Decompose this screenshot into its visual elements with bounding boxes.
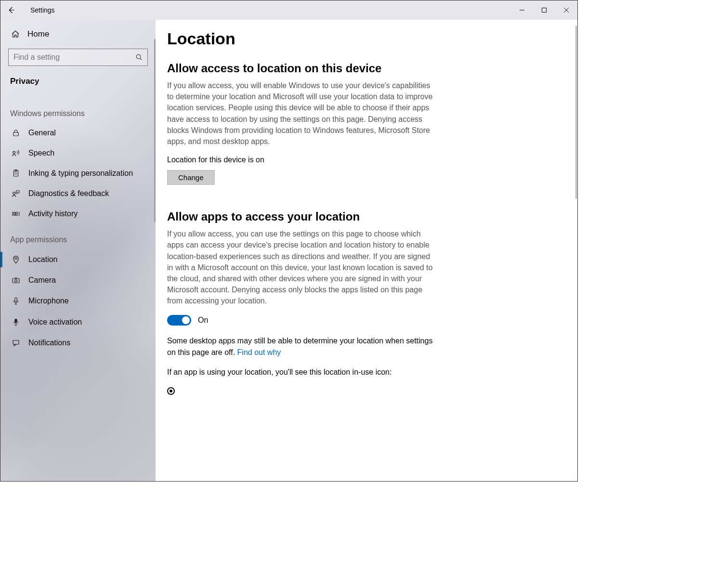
nav-group-label: Windows permissions bbox=[0, 98, 156, 123]
activity-icon bbox=[11, 209, 21, 218]
content-scrollbar[interactable] bbox=[575, 26, 577, 199]
location-icon bbox=[11, 255, 21, 264]
svg-point-9 bbox=[15, 257, 17, 260]
section-allow-apps-heading: Allow apps to access your location bbox=[167, 210, 437, 223]
maximize-icon bbox=[541, 7, 547, 13]
sidebar-item-label: Speech bbox=[28, 149, 54, 157]
speech-icon bbox=[11, 149, 21, 157]
section-allow-device-heading: Allow access to location on this device bbox=[167, 62, 437, 75]
home-label: Home bbox=[27, 29, 49, 39]
content-area: Location Allow access to location on thi… bbox=[156, 20, 577, 481]
feedback-icon bbox=[11, 189, 21, 198]
svg-rect-12 bbox=[15, 298, 17, 301]
window-title: Settings bbox=[22, 6, 55, 14]
sidebar-item-activity[interactable]: Activity history bbox=[0, 204, 156, 224]
current-category: Privacy bbox=[0, 73, 156, 98]
section-allow-apps-desc: If you allow access, you can use the set… bbox=[167, 228, 437, 306]
back-button[interactable] bbox=[0, 0, 22, 20]
sidebar-item-voice[interactable]: Voice activation bbox=[0, 312, 156, 333]
close-icon bbox=[563, 7, 569, 13]
sidebar-item-diagnostics[interactable]: Diagnostics & feedback bbox=[0, 183, 156, 204]
back-arrow-icon bbox=[7, 6, 15, 14]
search-icon bbox=[135, 53, 143, 61]
sidebar-item-notifications[interactable]: Notifications bbox=[0, 333, 156, 353]
sidebar-item-label: Inking & typing personalization bbox=[28, 169, 133, 178]
section-allow-device-desc: If you allow access, you will enable Win… bbox=[167, 80, 437, 147]
notifications-icon bbox=[11, 339, 21, 347]
sidebar-item-label: General bbox=[28, 129, 56, 137]
svg-rect-10 bbox=[13, 278, 19, 283]
svg-rect-13 bbox=[15, 319, 17, 323]
voice-icon bbox=[11, 317, 21, 327]
settings-window: Settings Home bbox=[0, 0, 578, 482]
sidebar-item-label: Activity history bbox=[28, 209, 78, 218]
svg-point-3 bbox=[13, 151, 15, 154]
apps-location-toggle[interactable] bbox=[167, 315, 191, 326]
maximize-button[interactable] bbox=[533, 0, 555, 20]
svg-rect-2 bbox=[13, 132, 19, 136]
svg-point-11 bbox=[15, 279, 17, 282]
sidebar-item-label: Notifications bbox=[28, 339, 70, 347]
lock-icon bbox=[11, 129, 21, 137]
device-location-status: Location for this device is on bbox=[167, 156, 437, 164]
svg-point-6 bbox=[13, 192, 15, 195]
sidebar-item-label: Camera bbox=[28, 276, 56, 285]
svg-rect-8 bbox=[16, 212, 17, 215]
page-title: Location bbox=[167, 29, 437, 48]
window-controls bbox=[511, 0, 577, 20]
close-button[interactable] bbox=[555, 0, 577, 20]
svg-point-1 bbox=[136, 54, 141, 59]
sidebar-item-inking[interactable]: Inking & typing personalization bbox=[0, 163, 156, 183]
desktop-apps-note: Some desktop apps may still be able to d… bbox=[167, 335, 437, 357]
sidebar-item-label: Location bbox=[28, 255, 58, 264]
home-button[interactable]: Home bbox=[0, 20, 156, 49]
in-use-icon-text: If an app is using your location, you'll… bbox=[167, 366, 437, 378]
sidebar: Home Privacy Windows permissionsGeneralS… bbox=[0, 20, 156, 481]
microphone-icon bbox=[11, 296, 21, 306]
titlebar: Settings bbox=[0, 0, 577, 20]
search-input[interactable] bbox=[8, 49, 148, 66]
minimize-button[interactable] bbox=[511, 0, 533, 20]
sidebar-item-location[interactable]: Location bbox=[0, 249, 156, 270]
sidebar-item-general[interactable]: General bbox=[0, 123, 156, 143]
camera-icon bbox=[11, 276, 21, 285]
sidebar-item-camera[interactable]: Camera bbox=[0, 270, 156, 290]
find-out-why-link[interactable]: Find out why bbox=[237, 348, 281, 356]
apps-location-toggle-label: On bbox=[198, 316, 208, 325]
search-box bbox=[8, 49, 148, 66]
svg-rect-0 bbox=[542, 8, 547, 13]
change-button[interactable]: Change bbox=[167, 170, 215, 185]
sidebar-item-speech[interactable]: Speech bbox=[0, 143, 156, 163]
sidebar-item-label: Voice activation bbox=[28, 318, 82, 327]
minimize-icon bbox=[519, 7, 525, 13]
nav-group-label: App permissions bbox=[0, 224, 156, 249]
sidebar-item-label: Microphone bbox=[28, 297, 69, 305]
clipboard-icon bbox=[11, 169, 21, 178]
svg-rect-7 bbox=[14, 212, 15, 215]
sidebar-item-label: Diagnostics & feedback bbox=[28, 189, 109, 198]
location-in-use-icon bbox=[167, 387, 175, 395]
sidebar-item-microphone[interactable]: Microphone bbox=[0, 290, 156, 312]
svg-rect-14 bbox=[13, 340, 19, 344]
home-icon bbox=[11, 30, 20, 39]
